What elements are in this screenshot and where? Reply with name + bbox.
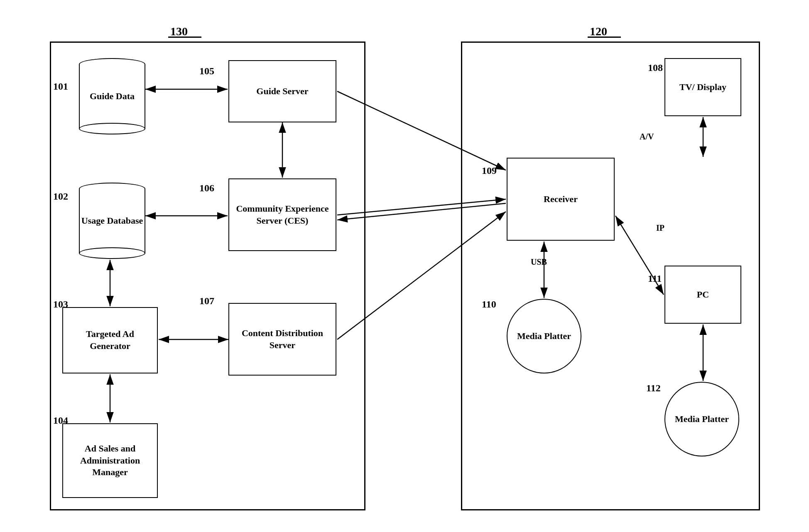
tv-display-box: TV/ Display [664, 58, 741, 116]
label-av: A/V [640, 132, 654, 142]
usage-db-label: Usage Database [79, 189, 145, 253]
receiver-box: Receiver [507, 158, 615, 241]
guide-server-box: Guide Server [228, 60, 336, 122]
targeted-ad-generator-box: Targeted Ad Generator [62, 307, 158, 373]
guide-data-cylinder-bottom [79, 123, 145, 134]
ref-107: 107 [199, 295, 214, 307]
ref-106: 106 [199, 183, 214, 194]
pc-box: PC [664, 266, 741, 324]
guide-data-label: Guide Data [79, 64, 145, 129]
ref-105: 105 [199, 66, 214, 77]
ref-109: 109 [482, 165, 497, 176]
underline-130 [168, 37, 201, 38]
content-distribution-server-box: Content Distribution Server [228, 303, 336, 376]
ces-box: Community Experience Server (CES) [228, 178, 336, 251]
label-ip: IP [656, 223, 664, 233]
ad-sales-admin-box: Ad Sales and Administration Manager [62, 423, 158, 498]
ref-112: 112 [646, 383, 661, 394]
diagram: 130 120 101 Guide Data 102 Usage Databas… [25, 17, 781, 515]
usage-db-cylinder-bottom [79, 247, 145, 259]
label-usb: USB [531, 257, 547, 267]
ref-102: 102 [53, 191, 68, 202]
media-platter-1-circle: Media Platter [507, 299, 581, 373]
ref-101: 101 [53, 81, 68, 92]
ref-111: 111 [648, 273, 662, 284]
underline-120 [588, 37, 621, 38]
media-platter-2-circle: Media Platter [664, 382, 739, 456]
ref-108: 108 [648, 62, 663, 73]
ref-110: 110 [482, 299, 496, 310]
